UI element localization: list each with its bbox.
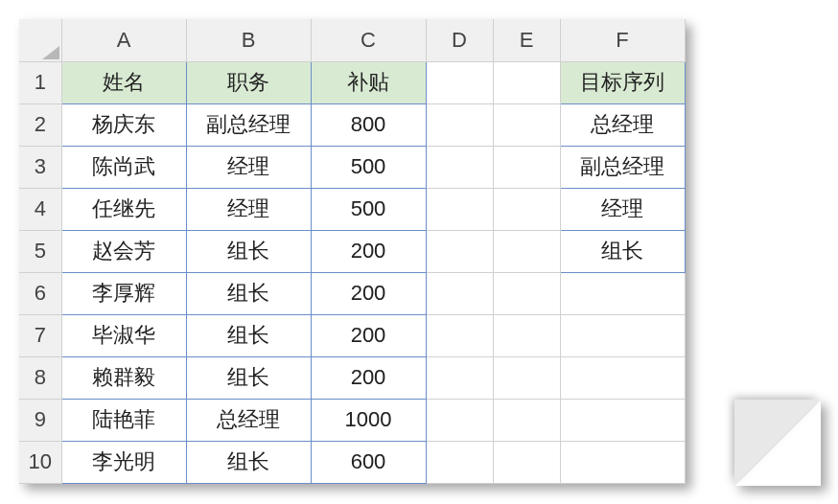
- cell-B3[interactable]: 经理: [186, 146, 311, 188]
- cell-E3[interactable]: [493, 146, 560, 188]
- row-header-8[interactable]: 8: [19, 356, 61, 399]
- cell-F1[interactable]: 目标序列: [560, 61, 685, 103]
- cell-B10[interactable]: 组长: [186, 441, 311, 483]
- row-header-9[interactable]: 9: [19, 399, 61, 441]
- cell-F7[interactable]: [560, 314, 685, 356]
- cell-E5[interactable]: [493, 230, 560, 272]
- cell-F2[interactable]: 总经理: [560, 103, 685, 146]
- row-header-1[interactable]: 1: [19, 61, 61, 103]
- col-header-D[interactable]: D: [426, 19, 493, 61]
- cell-C3[interactable]: 500: [311, 146, 426, 188]
- col-header-F[interactable]: F: [560, 19, 685, 61]
- cell-E10[interactable]: [493, 441, 560, 483]
- cell-D1[interactable]: [426, 61, 493, 103]
- cell-D6[interactable]: [426, 272, 493, 314]
- row-header-2[interactable]: 2: [19, 103, 61, 146]
- select-all-corner[interactable]: [19, 19, 61, 61]
- row-header-7[interactable]: 7: [19, 314, 61, 356]
- cell-F10[interactable]: [560, 441, 685, 483]
- cell-A7[interactable]: 毕淑华: [61, 314, 186, 356]
- cell-A1[interactable]: 姓名: [61, 61, 186, 103]
- cell-B5[interactable]: 组长: [186, 230, 311, 272]
- cell-C2[interactable]: 800: [311, 103, 426, 146]
- row-header-3[interactable]: 3: [19, 146, 61, 188]
- cell-A8[interactable]: 赖群毅: [61, 356, 186, 399]
- cell-E4[interactable]: [493, 188, 560, 230]
- cell-C7[interactable]: 200: [311, 314, 426, 356]
- cell-F5[interactable]: 组长: [560, 230, 685, 272]
- cell-E2[interactable]: [493, 103, 560, 146]
- col-header-E[interactable]: E: [493, 19, 560, 61]
- cell-A2[interactable]: 杨庆东: [61, 103, 186, 146]
- row-header-4[interactable]: 4: [19, 188, 61, 230]
- cell-C8[interactable]: 200: [311, 356, 426, 399]
- cell-E9[interactable]: [493, 399, 560, 441]
- cell-E7[interactable]: [493, 314, 560, 356]
- cell-A10[interactable]: 李光明: [61, 441, 186, 483]
- cell-B6[interactable]: 组长: [186, 272, 311, 314]
- cell-C6[interactable]: 200: [311, 272, 426, 314]
- cell-D2[interactable]: [426, 103, 493, 146]
- grid[interactable]: A B C D E F 1 姓名 职务 补贴 目标序列 2 杨庆东 副总经理 8…: [19, 19, 686, 484]
- cell-C1[interactable]: 补贴: [311, 61, 426, 103]
- cell-D3[interactable]: [426, 146, 493, 188]
- page-curl-icon: [734, 400, 821, 486]
- cell-F4[interactable]: 经理: [560, 188, 685, 230]
- cell-F3[interactable]: 副总经理: [560, 146, 685, 188]
- cell-A3[interactable]: 陈尚武: [61, 146, 186, 188]
- cell-B9[interactable]: 总经理: [186, 399, 311, 441]
- cell-B2[interactable]: 副总经理: [186, 103, 311, 146]
- cell-D7[interactable]: [426, 314, 493, 356]
- cell-F8[interactable]: [560, 356, 685, 399]
- cell-D10[interactable]: [426, 441, 493, 483]
- cell-B8[interactable]: 组长: [186, 356, 311, 399]
- cell-A6[interactable]: 李厚辉: [61, 272, 186, 314]
- cell-F9[interactable]: [560, 399, 685, 441]
- cell-D8[interactable]: [426, 356, 493, 399]
- cell-A5[interactable]: 赵会芳: [61, 230, 186, 272]
- cell-B7[interactable]: 组长: [186, 314, 311, 356]
- spreadsheet: A B C D E F 1 姓名 职务 补贴 目标序列 2 杨庆东 副总经理 8…: [19, 19, 819, 484]
- cell-C4[interactable]: 500: [311, 188, 426, 230]
- row-header-10[interactable]: 10: [19, 441, 61, 483]
- col-header-C[interactable]: C: [311, 19, 426, 61]
- cell-D4[interactable]: [426, 188, 493, 230]
- cell-C10[interactable]: 600: [311, 441, 426, 483]
- cell-E1[interactable]: [493, 61, 560, 103]
- cell-D9[interactable]: [426, 399, 493, 441]
- cell-D5[interactable]: [426, 230, 493, 272]
- cell-C9[interactable]: 1000: [311, 399, 426, 441]
- cell-B4[interactable]: 经理: [186, 188, 311, 230]
- cell-F6[interactable]: [560, 272, 685, 314]
- cell-A4[interactable]: 任继先: [61, 188, 186, 230]
- cell-E6[interactable]: [493, 272, 560, 314]
- row-header-5[interactable]: 5: [19, 230, 61, 272]
- col-header-B[interactable]: B: [186, 19, 311, 61]
- cell-E8[interactable]: [493, 356, 560, 399]
- cell-B1[interactable]: 职务: [186, 61, 311, 103]
- col-header-A[interactable]: A: [61, 19, 186, 61]
- cell-C5[interactable]: 200: [311, 230, 426, 272]
- cell-A9[interactable]: 陆艳菲: [61, 399, 186, 441]
- row-header-6[interactable]: 6: [19, 272, 61, 314]
